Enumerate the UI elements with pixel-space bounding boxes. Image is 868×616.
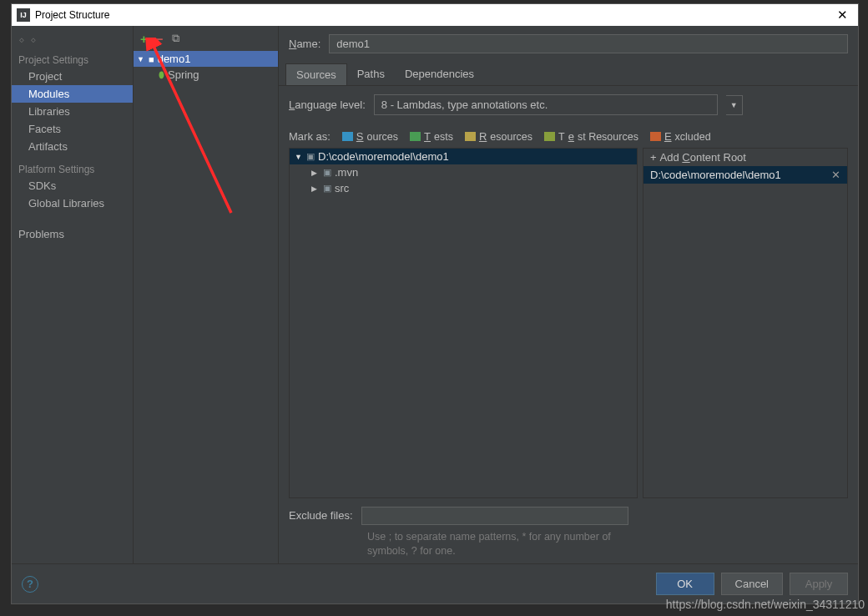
nav-problems[interactable]: Problems <box>12 225 133 243</box>
expand-icon[interactable]: ▶ <box>311 184 320 193</box>
folder-label: src <box>335 182 349 194</box>
mark-as-toolbar: Mark as: Sources Tests Resources Test Re… <box>279 124 858 148</box>
tree-row-src[interactable]: ▶ ▣ src <box>290 180 637 196</box>
module-name-input[interactable] <box>329 34 848 53</box>
spring-icon: ⬮ <box>159 69 164 80</box>
cancel-button[interactable]: Cancel <box>721 573 783 595</box>
name-label: Name: <box>289 38 320 50</box>
tab-paths[interactable]: Paths <box>347 63 395 85</box>
mark-excluded[interactable]: Excluded <box>650 130 711 143</box>
settings-nav: ⬦ ⬦ Project Settings Project Modules Lib… <box>12 26 134 563</box>
language-level-value: 8 - Lambdas, type annotations etc. <box>381 98 548 111</box>
module-toolbar: + − ⧉ <box>134 26 278 51</box>
nav-sdks[interactable]: SDKs <box>12 177 133 194</box>
plus-icon: + <box>650 151 657 164</box>
module-content: Name: Sources Paths Dependencies Languag… <box>279 26 858 563</box>
content-root-text: D:\code\moremodel\demo1 <box>650 169 781 181</box>
language-level-label: Language level: <box>289 98 366 111</box>
folder-icon: ▣ <box>323 183 331 194</box>
apply-button[interactable]: Apply <box>790 573 848 595</box>
tree-row-mvn[interactable]: ▶ ▣ .mvn <box>290 164 637 180</box>
module-tree-panel: + − ⧉ ▼ ■ demo1 ⬮ Spring <box>134 26 279 563</box>
nav-global-libraries[interactable]: Global Libraries <box>12 194 133 212</box>
nav-project[interactable]: Project <box>12 68 133 85</box>
expand-icon[interactable]: ▶ <box>311 169 320 177</box>
back-icon[interactable]: ⬦ <box>18 33 25 45</box>
module-tree-spring[interactable]: ⬮ Spring <box>134 67 278 83</box>
remove-module-icon[interactable]: − <box>156 32 164 46</box>
folder-icon: ▣ <box>323 167 331 178</box>
exclude-files-label: Exclude files: <box>289 507 353 522</box>
project-structure-dialog: IJ Project Structure ✕ ⬦ ⬦ Project Setti… <box>11 3 859 604</box>
facet-label: Spring <box>168 68 199 81</box>
nav-toolbar: ⬦ ⬦ <box>12 26 133 51</box>
tab-sources[interactable]: Sources <box>285 63 347 85</box>
chevron-down-icon[interactable]: ▼ <box>726 95 743 115</box>
mark-tests[interactable]: Tests <box>410 130 453 143</box>
content-roots-panel: + Add Content Root D:\code\moremodel\dem… <box>643 148 848 498</box>
mark-test-resources[interactable]: Test Resources <box>544 130 638 143</box>
module-tabs: Sources Paths Dependencies <box>279 63 858 86</box>
remove-root-icon[interactable]: ✕ <box>831 169 840 181</box>
nav-libraries[interactable]: Libraries <box>12 103 133 120</box>
nav-modules[interactable]: Modules <box>12 85 133 103</box>
content-root-path: D:\code\moremodel\demo1 <box>318 150 449 163</box>
tree-content-root: ▼ ▣ D:\code\moremodel\demo1 <box>290 149 637 164</box>
project-settings-heading: Project Settings <box>12 51 133 68</box>
add-content-root[interactable]: + Add Content Root <box>643 149 847 166</box>
module-name: demo1 <box>158 53 191 65</box>
language-level-select[interactable]: 8 - Lambdas, type annotations etc. <box>374 94 718 115</box>
content-root-item[interactable]: D:\code\moremodel\demo1 ✕ <box>643 166 847 184</box>
intellij-icon: IJ <box>17 8 30 22</box>
window-title: Project Structure <box>35 9 109 21</box>
dialog-footer: ? OK Cancel Apply <box>12 563 858 603</box>
mark-as-label: Mark as: <box>289 130 331 143</box>
collapse-icon[interactable]: ▼ <box>295 153 303 161</box>
source-folders-tree[interactable]: ▼ ▣ D:\code\moremodel\demo1 ▶ ▣ .mvn ▶ ▣ <box>289 148 638 498</box>
mark-resources[interactable]: Resources <box>465 130 532 143</box>
copy-module-icon[interactable]: ⧉ <box>172 32 179 45</box>
add-module-icon[interactable]: + <box>140 32 148 46</box>
module-icon: ■ <box>149 54 154 64</box>
exclude-files-input[interactable] <box>361 507 628 525</box>
folder-icon: ▣ <box>306 151 315 162</box>
close-icon[interactable]: ✕ <box>832 8 853 23</box>
title-bar: IJ Project Structure ✕ <box>12 4 858 26</box>
ok-button[interactable]: OK <box>656 573 714 595</box>
expand-icon: ▼ <box>137 55 145 63</box>
help-icon[interactable]: ? <box>22 576 38 593</box>
tab-dependencies[interactable]: Dependencies <box>395 63 484 85</box>
nav-facets[interactable]: Facets <box>12 120 133 138</box>
mark-sources[interactable]: Sources <box>342 130 398 143</box>
exclude-hint: Use ; to separate name patterns, * for a… <box>279 528 629 563</box>
platform-settings-heading: Platform Settings <box>12 160 133 177</box>
module-tree-root[interactable]: ▼ ■ demo1 <box>134 51 278 67</box>
nav-artifacts[interactable]: Artifacts <box>12 138 133 155</box>
folder-label: .mvn <box>335 166 358 179</box>
forward-icon[interactable]: ⬦ <box>30 33 37 45</box>
